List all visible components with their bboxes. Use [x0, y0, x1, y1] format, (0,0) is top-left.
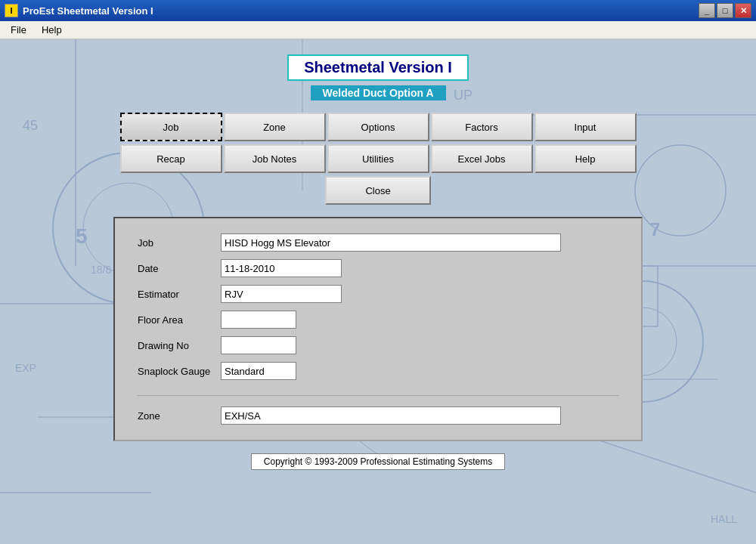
zone-label: Zone	[138, 410, 221, 422]
title-bar-text: ProEst Sheetmetal Version I	[23, 5, 153, 17]
form-row-drawingno: Drawing No	[138, 336, 618, 354]
floor-area-label: Floor Area	[138, 314, 221, 326]
nav-factors-button[interactable]: Factors	[431, 113, 533, 141]
form-row-estimator: Estimator	[138, 285, 618, 303]
floor-area-input[interactable]	[221, 311, 296, 329]
app-subtitle: Welded Duct Option A	[311, 85, 446, 100]
close-window-button[interactable]: ✕	[735, 3, 751, 18]
nav-zone-button[interactable]: Zone	[224, 113, 326, 141]
nav-options-button[interactable]: Options	[327, 113, 429, 141]
form-row-date: Date	[138, 259, 618, 277]
form-row-snaplock: Snaplock Gauge	[138, 362, 618, 380]
snaplock-gauge-input[interactable]	[221, 362, 296, 380]
snaplock-gauge-label: Snaplock Gauge	[138, 366, 221, 377]
form-row-floorarea: Floor Area	[138, 311, 618, 329]
nav-recap-button[interactable]: Recap	[120, 144, 222, 173]
zone-input[interactable]	[221, 406, 561, 425]
menu-bar: File Help	[0, 21, 756, 39]
title-bar-left: I ProEst Sheetmetal Version I	[5, 4, 153, 17]
job-label: Job	[138, 237, 221, 249]
form-section-main: Job Date Estimator Floor Area	[138, 233, 618, 380]
nav-row-2: Recap Job Notes Utilities Excel Jobs Hel…	[120, 144, 637, 173]
copyright-bar: Copyright © 1993-2009 Professional Estim…	[251, 453, 505, 470]
maximize-button[interactable]: □	[717, 3, 733, 18]
nav-input-button[interactable]: Input	[534, 113, 637, 141]
close-row: Close	[325, 176, 431, 205]
form-panel: Job Date Estimator Floor Area	[113, 217, 643, 441]
nav-job-button[interactable]: Job	[120, 113, 222, 141]
title-bar: I ProEst Sheetmetal Version I _ □ ✕	[0, 0, 756, 21]
estimator-label: Estimator	[138, 289, 221, 300]
form-row-job: Job	[138, 233, 618, 252]
date-input[interactable]	[221, 259, 342, 277]
date-label: Date	[138, 263, 221, 274]
minimize-button[interactable]: _	[699, 3, 715, 18]
app-icon: I	[5, 4, 18, 17]
content-overlay: Sheetmetal Version I Welded Duct Option …	[0, 39, 756, 544]
close-button[interactable]: Close	[325, 176, 431, 205]
form-divider	[138, 395, 618, 396]
nav-utilities-button[interactable]: Utilities	[327, 144, 429, 173]
estimator-input[interactable]	[221, 285, 342, 303]
nav-row-1: Job Zone Options Factors Input	[120, 113, 637, 141]
drawing-no-label: Drawing No	[138, 340, 221, 351]
main-content: 5 18/8 CFM CFM 7 45 UP HALL 48 EXP Sheet…	[0, 39, 756, 544]
menu-file[interactable]: File	[3, 23, 34, 37]
app-title: Sheetmetal Version I	[287, 54, 469, 81]
nav-exceljobs-button[interactable]: Excel Jobs	[431, 144, 533, 173]
form-row-zone: Zone	[138, 406, 618, 425]
nav-help-button[interactable]: Help	[534, 144, 637, 173]
drawing-no-input[interactable]	[221, 336, 296, 354]
window-controls: _ □ ✕	[699, 3, 751, 18]
menu-help[interactable]: Help	[34, 23, 70, 37]
nav-jobnotes-button[interactable]: Job Notes	[224, 144, 326, 173]
job-input[interactable]	[221, 233, 561, 252]
